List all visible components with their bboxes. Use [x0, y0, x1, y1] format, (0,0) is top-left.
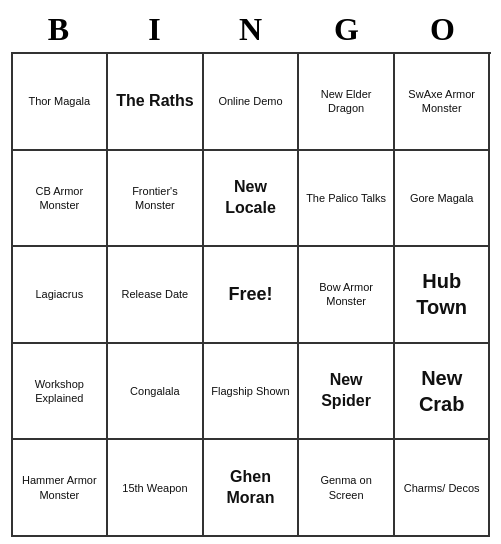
bingo-cell-24: Charms/ Decos	[395, 440, 491, 537]
bingo-cell-20: Hammer Armor Monster	[13, 440, 109, 537]
bingo-cell-5: CB Armor Monster	[13, 151, 109, 248]
bingo-cell-19: New Crab	[395, 344, 491, 441]
bingo-cell-9: Gore Magala	[395, 151, 491, 248]
bingo-cell-11: Release Date	[108, 247, 204, 344]
bingo-cell-0: Thor Magala	[13, 54, 109, 151]
bingo-cell-6: Frontier's Monster	[108, 151, 204, 248]
bingo-cell-4: SwAxe Armor Monster	[395, 54, 491, 151]
bingo-cell-22: Ghen Moran	[204, 440, 300, 537]
bingo-header: B I N G O	[11, 7, 491, 52]
bingo-cell-14: Hub Town	[395, 247, 491, 344]
header-i: I	[111, 11, 199, 48]
bingo-cell-17: Flagship Shown	[204, 344, 300, 441]
header-b: B	[15, 11, 103, 48]
bingo-cell-3: New Elder Dragon	[299, 54, 395, 151]
bingo-cell-13: Bow Armor Monster	[299, 247, 395, 344]
bingo-card: B I N G O Thor MagalaThe RathsOnline Dem…	[11, 7, 491, 537]
bingo-grid: Thor MagalaThe RathsOnline DemoNew Elder…	[11, 52, 491, 537]
bingo-cell-7: New Locale	[204, 151, 300, 248]
bingo-cell-2: Online Demo	[204, 54, 300, 151]
header-g: G	[303, 11, 391, 48]
header-o: O	[399, 11, 487, 48]
bingo-cell-12: Free!	[204, 247, 300, 344]
bingo-cell-21: 15th Weapon	[108, 440, 204, 537]
bingo-cell-8: The Palico Talks	[299, 151, 395, 248]
header-n: N	[207, 11, 295, 48]
bingo-cell-16: Congalala	[108, 344, 204, 441]
bingo-cell-10: Lagiacrus	[13, 247, 109, 344]
bingo-cell-23: Genma on Screen	[299, 440, 395, 537]
bingo-cell-15: Workshop Explained	[13, 344, 109, 441]
bingo-cell-18: New Spider	[299, 344, 395, 441]
bingo-cell-1: The Raths	[108, 54, 204, 151]
